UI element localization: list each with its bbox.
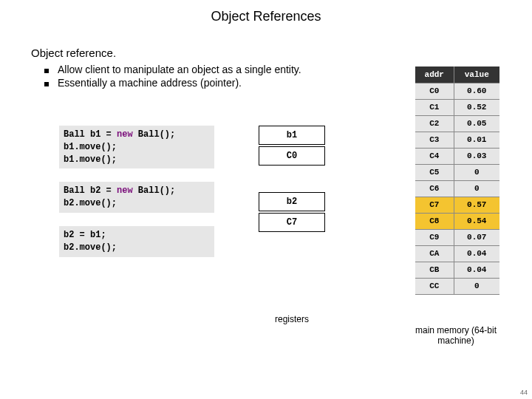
register-label: C0 [287,151,297,161]
keyword-new: new [117,185,133,196]
memory-row: C70.57 [415,197,499,213]
memory-row: CA0.04 [415,245,499,262]
page-number: 44 [520,389,528,396]
register-label: b2 [287,197,297,207]
code-text: b2.move(); [64,242,117,253]
code-text: Ball b2 = [64,185,117,196]
memory-header-row: addr value [415,66,499,83]
memory-row: C80.54 [415,213,499,229]
registers-column: b1 C0 b2 C7 [259,126,325,233]
code-text: Ball(); [133,185,176,196]
memory-row: CC0 [415,278,499,294]
memory-value-cell: 0.54 [454,213,499,229]
code-text: Ball b1 = [64,129,117,140]
register-cell: C0 [259,146,325,166]
memory-addr-cell: C2 [415,115,454,132]
code-text: b1.move(); [64,142,117,152]
section-heading: Object reference. [31,47,532,59]
memory-addr-cell: C3 [415,132,454,148]
memory-row: C40.03 [415,148,499,164]
register-cell: b2 [259,192,325,211]
memory-addr-cell: CA [415,245,454,262]
memory-value-cell: 0.03 [454,148,499,164]
memory-value-cell: 0.04 [454,245,499,262]
memory-row: C30.01 [415,132,499,148]
memory-row: C60 [415,180,499,197]
memory-addr-cell: C7 [415,197,454,213]
code-text: b2.move(); [64,198,117,208]
slide-title: Object References [0,0,532,24]
keyword-new: new [117,129,133,140]
register-cell: C7 [259,213,325,232]
memory-row: C90.07 [415,229,499,245]
memory-value-cell: 0.60 [454,83,499,99]
memory-addr-cell: C9 [415,229,454,245]
memory-value-cell: 0 [454,164,499,180]
code-column: Ball b1 = new Ball(); b1.move(); b1.move… [59,126,214,270]
memory-caption: main memory (64-bit machine) [400,325,511,347]
register-label: C7 [287,217,297,228]
memory-value-cell: 0 [454,180,499,197]
memory-addr-cell: CC [415,278,454,294]
code-block-3: b2 = b1; b2.move(); [59,226,214,257]
memory-value-cell: 0.05 [454,115,499,132]
memory-row: C50 [415,164,499,180]
memory-value-cell: 0.52 [454,99,499,115]
memory-addr-cell: C5 [415,164,454,180]
memory-header-addr: addr [415,66,454,83]
memory-row: C00.60 [415,83,499,99]
memory-value-cell: 0 [454,278,499,294]
memory-addr-cell: CB [415,262,454,278]
register-label: b1 [287,130,297,140]
code-text: Ball(); [133,129,176,140]
memory-addr-cell: C1 [415,99,454,115]
memory-addr-cell: C4 [415,148,454,164]
registers-caption: registers [259,314,325,324]
memory-value-cell: 0.07 [454,229,499,245]
code-text: b2 = b1; [64,230,106,240]
memory-table: addr value C00.60C10.52C20.05C30.01C40.0… [415,66,499,295]
memory-addr-cell: C6 [415,180,454,197]
code-text: b1.move(); [64,154,117,165]
memory-addr-cell: C8 [415,213,454,229]
memory-value-cell: 0.04 [454,262,499,278]
memory-value-cell: 0.01 [454,132,499,148]
register-cell: b1 [259,126,325,145]
code-block-1: Ball b1 = new Ball(); b1.move(); b1.move… [59,126,214,168]
memory-value-cell: 0.57 [454,197,499,213]
memory-row: CB0.04 [415,262,499,278]
code-block-2: Ball b2 = new Ball(); b2.move(); [59,182,214,213]
memory-addr-cell: C0 [415,83,454,99]
memory-row: C10.52 [415,99,499,115]
memory-row: C20.05 [415,115,499,132]
memory-header-value: value [454,66,499,83]
